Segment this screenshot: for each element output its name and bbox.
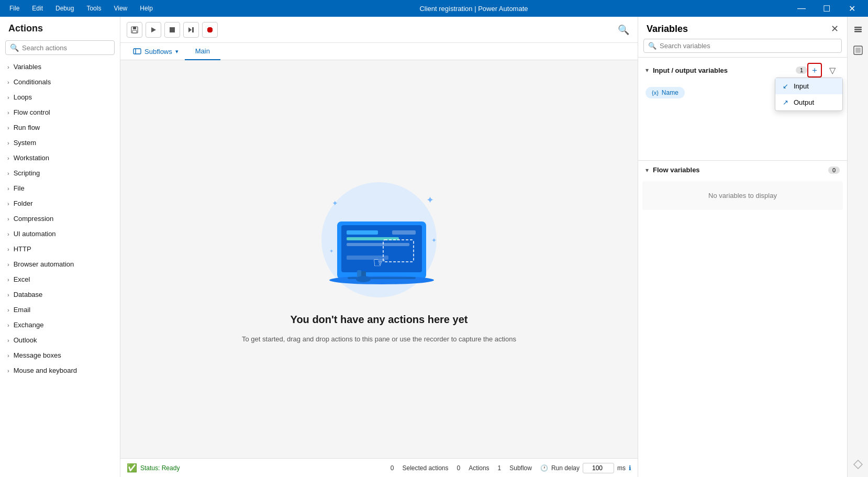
filter-variables-button[interactable]: ▽ bbox=[825, 63, 840, 77]
svg-rect-29 bbox=[854, 29, 862, 30]
svg-rect-28 bbox=[854, 27, 862, 28]
search-actions-input[interactable] bbox=[22, 44, 110, 52]
action-item-flow-control[interactable]: ›Flow control bbox=[0, 105, 120, 120]
sidebar-image-button[interactable] bbox=[850, 42, 866, 59]
svg-rect-18 bbox=[347, 243, 409, 246]
variable-icon: {x} bbox=[652, 90, 659, 96]
subflows-label: Subflows bbox=[144, 48, 172, 56]
menu-debug[interactable]: Debug bbox=[50, 3, 79, 14]
action-item-variables[interactable]: ›Variables bbox=[0, 59, 120, 74]
status-bar: ✅ Status: Ready 0 Selected actions 0 Act… bbox=[120, 458, 638, 477]
action-item-run-flow[interactable]: ›Run flow bbox=[0, 120, 120, 135]
canvas-empty-title: You don't have any actions here yet bbox=[291, 314, 468, 326]
flow-variables-count-badge: 0 bbox=[828, 167, 840, 174]
dropdown-output-option[interactable]: ↗ Output bbox=[775, 94, 842, 110]
flow-variables-section: ▾ Flow variables 0 No variables to displ… bbox=[638, 160, 847, 212]
variables-search-input[interactable] bbox=[660, 42, 837, 50]
svg-text:✦: ✦ bbox=[332, 199, 338, 207]
search-icon: 🔍 bbox=[10, 43, 19, 52]
svg-text:☞: ☞ bbox=[373, 254, 386, 271]
no-variables-text: No variables to display bbox=[642, 181, 843, 210]
window-controls[interactable]: — ☐ ✕ bbox=[789, 0, 864, 17]
tabs-bar: Subflows ▾ Main bbox=[120, 43, 638, 60]
record-button[interactable]: ⏺ bbox=[202, 22, 218, 38]
svg-rect-7 bbox=[133, 49, 141, 54]
variables-search-icon: 🔍 bbox=[648, 42, 656, 50]
svg-rect-6 bbox=[192, 27, 194, 32]
action-item-conditionals[interactable]: ›Conditionals bbox=[0, 74, 120, 90]
variables-search-box[interactable]: 🔍 bbox=[643, 39, 842, 53]
input-output-section-actions: ＋ ▽ bbox=[807, 63, 840, 77]
name-chip-label: Name bbox=[662, 89, 678, 96]
tab-main[interactable]: Main bbox=[185, 43, 220, 60]
sidebar-diamond-button[interactable] bbox=[850, 456, 866, 473]
search-actions-box[interactable]: 🔍 bbox=[5, 40, 115, 55]
maximize-button[interactable]: ☐ bbox=[815, 0, 839, 17]
canvas-content: ✦ ✦ ✦ ✦ ☞ bbox=[120, 60, 638, 458]
menu-file[interactable]: File bbox=[4, 3, 25, 14]
dropdown-input-option[interactable]: ↙ Input bbox=[775, 78, 842, 94]
run-delay-input[interactable] bbox=[583, 463, 614, 473]
minimize-button[interactable]: — bbox=[789, 0, 814, 17]
action-item-file[interactable]: ›File bbox=[0, 181, 120, 196]
action-item-ui-automation[interactable]: ›UI automation bbox=[0, 226, 120, 241]
app-body: Actions 🔍 ›Variables ›Conditionals ›Loop… bbox=[0, 17, 868, 477]
variables-panel: Variables ✕ 🔍 ▾ Input / output variables… bbox=[638, 17, 847, 477]
run-delay-info-icon: ℹ bbox=[629, 464, 631, 472]
input-arrow-icon: ↙ bbox=[783, 82, 788, 90]
save-button[interactable] bbox=[127, 22, 142, 38]
subflows-button[interactable]: Subflows ▾ bbox=[127, 43, 185, 60]
dropdown-input-label: Input bbox=[794, 82, 809, 90]
action-item-message-boxes[interactable]: ›Message boxes bbox=[0, 348, 120, 363]
action-item-browser-automation[interactable]: ›Browser automation bbox=[0, 257, 120, 272]
action-item-loops[interactable]: ›Loops bbox=[0, 90, 120, 105]
selected-actions-label: Selected actions bbox=[402, 464, 448, 472]
actions-panel-title: Actions bbox=[0, 17, 120, 38]
canvas-empty-subtitle: To get started, drag and drop actions to… bbox=[242, 334, 516, 345]
action-item-workstation[interactable]: ›Workstation bbox=[0, 150, 120, 165]
canvas-search-button[interactable]: 🔍 bbox=[616, 22, 631, 38]
menu-bar[interactable]: File Edit Debug Tools View Help bbox=[4, 3, 158, 14]
play-button[interactable] bbox=[146, 22, 161, 38]
toolbar: ⏺ 🔍 bbox=[120, 17, 638, 43]
action-item-compression[interactable]: ›Compression bbox=[0, 211, 120, 226]
window-title: Client registration | Power Automate bbox=[158, 5, 789, 13]
add-variable-dropdown: ↙ Input ↗ Output bbox=[775, 77, 843, 111]
svg-rect-16 bbox=[347, 230, 378, 235]
svg-point-27 bbox=[356, 276, 371, 282]
action-item-database[interactable]: ›Database bbox=[0, 287, 120, 302]
subflows-chevron-icon: ▾ bbox=[175, 48, 179, 55]
svg-marker-5 bbox=[188, 27, 192, 32]
step-button[interactable] bbox=[183, 22, 199, 38]
action-item-scripting[interactable]: ›Scripting bbox=[0, 165, 120, 181]
menu-help[interactable]: Help bbox=[135, 3, 158, 14]
action-item-outlook[interactable]: ›Outlook bbox=[0, 332, 120, 348]
selected-actions-count: 0 bbox=[391, 464, 394, 472]
input-output-chevron-icon: ▾ bbox=[646, 66, 649, 74]
flow-variables-section-header[interactable]: ▾ Flow variables 0 bbox=[638, 161, 847, 179]
action-item-excel[interactable]: ›Excel bbox=[0, 272, 120, 287]
action-item-mouse-keyboard[interactable]: ›Mouse and keyboard bbox=[0, 363, 120, 378]
action-item-email[interactable]: ›Email bbox=[0, 302, 120, 317]
action-item-exchange[interactable]: ›Exchange bbox=[0, 317, 120, 332]
variables-panel-title: Variables bbox=[647, 24, 688, 35]
svg-rect-32 bbox=[855, 48, 861, 53]
flow-variables-chevron-icon: ▾ bbox=[646, 167, 649, 174]
action-item-folder[interactable]: ›Folder bbox=[0, 196, 120, 211]
add-variable-button[interactable]: ＋ bbox=[807, 63, 822, 77]
canvas-illustration: ✦ ✦ ✦ ✦ ☞ bbox=[301, 174, 458, 305]
input-output-variables-section: ▾ Input / output variables 1 ＋ ▽ {x} Nam… bbox=[638, 57, 847, 103]
stop-button[interactable] bbox=[164, 22, 180, 38]
input-output-section-title: Input / output variables bbox=[653, 66, 792, 74]
variables-close-button[interactable]: ✕ bbox=[831, 23, 839, 35]
sidebar-layers-button[interactable] bbox=[850, 21, 866, 38]
svg-marker-33 bbox=[854, 460, 862, 469]
action-item-http[interactable]: ›HTTP bbox=[0, 241, 120, 257]
menu-tools[interactable]: Tools bbox=[81, 3, 106, 14]
close-button[interactable]: ✕ bbox=[840, 0, 864, 17]
dropdown-output-label: Output bbox=[794, 98, 814, 106]
menu-edit[interactable]: Edit bbox=[27, 3, 48, 14]
actions-label: Actions bbox=[469, 464, 489, 472]
action-item-system[interactable]: ›System bbox=[0, 135, 120, 150]
menu-view[interactable]: View bbox=[108, 3, 132, 14]
